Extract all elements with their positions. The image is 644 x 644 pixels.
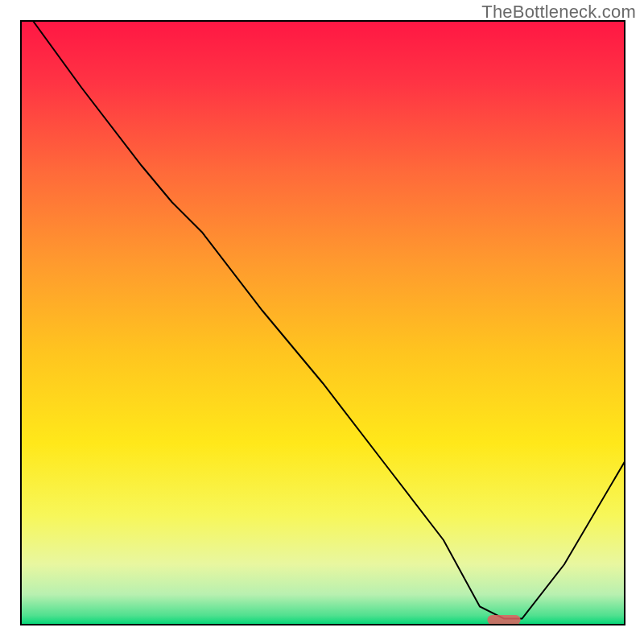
- optimal-marker: [487, 615, 520, 625]
- gradient-background: [21, 21, 625, 625]
- chart-container: TheBottleneck.com: [0, 0, 644, 644]
- bottleneck-chart: [0, 0, 644, 644]
- watermark-label: TheBottleneck.com: [481, 2, 636, 23]
